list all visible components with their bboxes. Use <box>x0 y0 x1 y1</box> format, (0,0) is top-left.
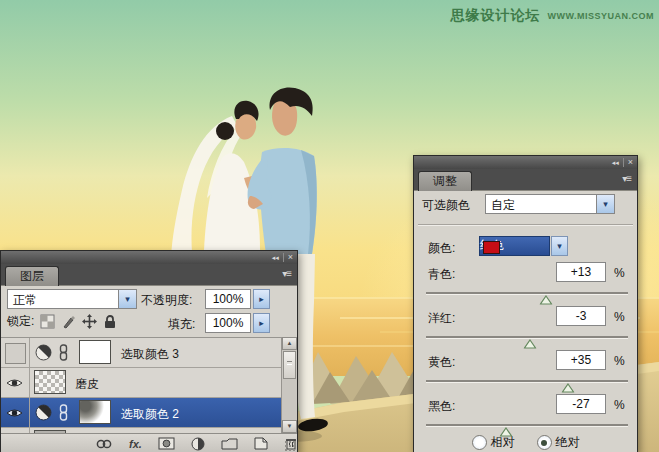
relative-radio-label: 相对 <box>491 434 515 451</box>
preset-dropdown[interactable]: 自定 ▾ <box>485 194 615 214</box>
layer-row-selected[interactable]: 选取颜色 2 <box>1 398 282 428</box>
layer-mask-thumbnail[interactable] <box>79 340 111 364</box>
yellow-value-field[interactable] <box>556 350 606 370</box>
watermark-site-url: WWW.MISSYUAN.COM <box>548 11 655 21</box>
watermark-site-name: 思缘设计论坛 <box>451 7 541 25</box>
method-radio-group: 相对 绝对 <box>414 434 637 451</box>
black-slider-track[interactable] <box>426 424 628 427</box>
hidden-eye-well <box>5 343 26 364</box>
relative-radio[interactable]: 相对 <box>472 434 515 451</box>
new-group-folder-icon[interactable] <box>221 437 238 451</box>
percent-sign: % <box>614 310 625 324</box>
lock-image-brush-icon[interactable] <box>61 314 76 329</box>
layer-name[interactable]: 选取颜色 3 <box>121 346 179 363</box>
layer-name[interactable]: 磨皮 <box>75 376 99 393</box>
lock-label: 锁定: <box>7 313 34 330</box>
panel-menu-icon[interactable]: ▾≡ <box>622 173 631 184</box>
absolute-radio[interactable]: 绝对 <box>537 434 580 451</box>
radio-circle-selected-icon <box>537 435 552 450</box>
chevron-down-icon[interactable]: ▾ <box>551 236 568 256</box>
cyan-slider-handle[interactable] <box>540 295 553 305</box>
blend-mode-dropdown[interactable]: 正常 ▾ <box>7 289 137 309</box>
fill-label: 填充: <box>168 316 195 333</box>
layer-name[interactable]: 选取颜色 2 <box>121 406 179 423</box>
yellow-slider-handle[interactable] <box>562 383 575 393</box>
scroll-down-icon[interactable]: ▼ <box>282 420 297 433</box>
layers-scrollbar[interactable]: ▲ ▼ <box>281 337 297 433</box>
adjustments-panel-titlebar[interactable]: ◂◂ × <box>414 156 637 169</box>
magenta-slider-handle[interactable] <box>523 339 536 349</box>
black-label: 黑色: <box>428 398 455 415</box>
eye-icon <box>6 377 23 389</box>
chevron-down-icon[interactable]: ▾ <box>118 290 136 308</box>
lock-position-move-icon[interactable] <box>82 314 97 329</box>
chevron-down-icon[interactable]: ▾ <box>596 195 614 213</box>
visibility-toggle[interactable] <box>1 338 30 367</box>
layer-style-fx-icon[interactable]: fx. <box>129 437 142 451</box>
layer-mask-link-icon[interactable] <box>59 404 68 424</box>
opacity-spinner-icon[interactable]: ▸ <box>253 289 270 309</box>
separator <box>418 224 633 226</box>
eye-icon <box>6 407 23 419</box>
adjustments-panel: ◂◂ × 调整 ▾≡ 可选颜色 自定 ▾ 颜色: 红色 ▾ 青色: % <box>413 155 638 452</box>
red-color-swatch <box>483 241 500 254</box>
visibility-toggle[interactable] <box>1 398 30 427</box>
blend-mode-value: 正常 <box>13 292 37 309</box>
cyan-slider-track[interactable] <box>426 292 628 295</box>
adjustment-layer-icon <box>35 404 52 424</box>
opacity-label: 不透明度: <box>141 292 192 309</box>
fill-spinner-icon[interactable]: ▸ <box>253 313 270 333</box>
layer-mask-link-icon[interactable] <box>59 344 68 364</box>
lock-all-padlock-icon[interactable] <box>103 314 117 329</box>
preset-value: 自定 <box>491 197 515 214</box>
layers-panel-titlebar[interactable]: ◂◂ × <box>1 251 297 264</box>
cyan-value-field[interactable] <box>556 262 606 282</box>
yellow-slider-track[interactable] <box>426 380 628 383</box>
visibility-toggle[interactable] <box>1 368 30 397</box>
panel-resize-grip[interactable] <box>284 440 296 452</box>
tab-adjustments[interactable]: 调整 <box>418 171 472 191</box>
layers-bottom-toolbar: fx. <box>1 433 297 452</box>
lock-transparency-icon[interactable] <box>40 314 55 329</box>
color-label: 颜色: <box>428 240 455 257</box>
layers-panel: ◂◂ × 图层 ▾≡ 正常 ▾ 不透明度: ▸ 锁定: <box>0 250 298 452</box>
percent-sign: % <box>614 266 625 280</box>
scroll-up-icon[interactable]: ▲ <box>282 337 297 350</box>
photoshop-workspace: 思缘设计论坛 WWW.MISSYUAN.COM ◂◂ × 图层 ▾≡ 正常 ▾ … <box>0 0 659 452</box>
selective-color-label: 可选颜色 <box>422 197 470 214</box>
new-adjustment-layer-icon[interactable] <box>191 437 205 451</box>
yellow-slider-group: 黄色: % <box>414 350 637 394</box>
collapse-panel-icon[interactable]: ◂◂ <box>268 251 283 264</box>
close-panel-icon[interactable]: × <box>624 156 637 169</box>
cyan-label: 青色: <box>428 266 455 283</box>
layers-panel-tabbar: 图层 ▾≡ <box>1 264 297 286</box>
link-layers-icon[interactable] <box>95 437 113 451</box>
color-channel-dropdown[interactable]: 红色 <box>479 236 550 256</box>
layers-list: 选取颜色 3 磨皮 <box>1 337 297 434</box>
black-value-field[interactable] <box>556 394 606 414</box>
collapse-panel-icon[interactable]: ◂◂ <box>608 156 623 169</box>
percent-sign: % <box>614 354 625 368</box>
magenta-slider-group: 洋红: % <box>414 306 637 350</box>
new-layer-icon[interactable] <box>254 437 268 451</box>
add-layer-mask-icon[interactable] <box>158 437 175 451</box>
black-slider-group: 黑色: % <box>414 394 637 438</box>
adjustments-panel-tabbar: 调整 ▾≡ <box>414 169 637 191</box>
scrollbar-thumb[interactable] <box>283 351 296 379</box>
tab-layers[interactable]: 图层 <box>5 266 59 286</box>
opacity-field[interactable] <box>205 289 251 309</box>
magenta-label: 洋红: <box>428 310 455 327</box>
magenta-value-field[interactable] <box>556 306 606 326</box>
radio-circle-icon <box>472 435 487 450</box>
fill-field[interactable] <box>205 313 251 333</box>
yellow-label: 黄色: <box>428 354 455 371</box>
layer-mask-thumbnail[interactable] <box>79 400 111 424</box>
layer-row[interactable]: 磨皮 <box>1 368 282 398</box>
layer-thumbnail[interactable] <box>34 370 66 394</box>
watermark: 思缘设计论坛 WWW.MISSYUAN.COM <box>451 7 655 25</box>
panel-menu-icon[interactable]: ▾≡ <box>282 268 291 279</box>
layer-row[interactable]: 选取颜色 3 <box>1 338 282 368</box>
absolute-radio-label: 绝对 <box>556 434 580 451</box>
close-panel-icon[interactable]: × <box>284 251 297 264</box>
percent-sign: % <box>614 398 625 412</box>
